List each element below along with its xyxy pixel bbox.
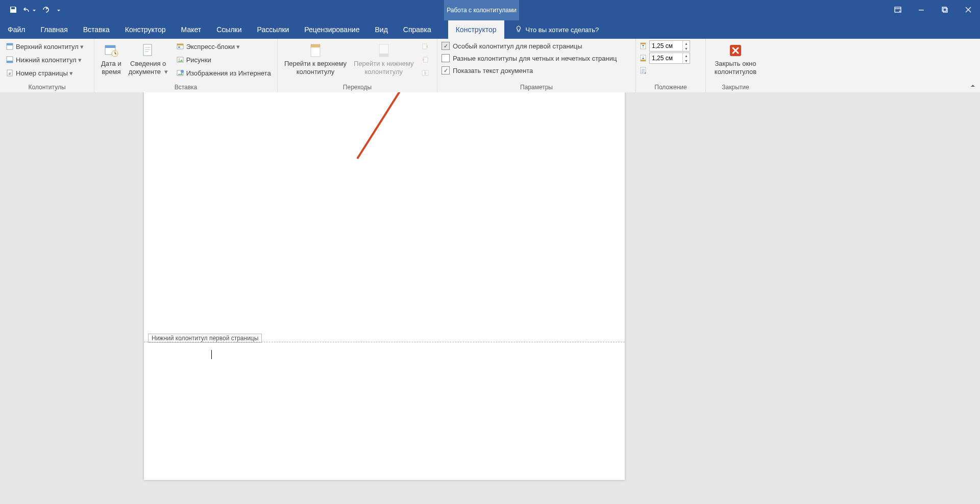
spin-buttons[interactable]: ▲▼ — [682, 41, 690, 51]
button-label: Перейти к верхнемуколонтитулу — [284, 60, 347, 76]
header-from-top-input[interactable] — [650, 41, 682, 51]
checkbox-icon — [442, 54, 450, 62]
tab-mailings[interactable]: Рассылки — [250, 20, 297, 39]
insert-alignment-tab-button[interactable] — [639, 64, 690, 77]
footer-from-bottom-field[interactable]: ▲▼ — [639, 52, 690, 64]
close-button[interactable] — [957, 0, 980, 20]
button-label: Дата ивремя — [101, 60, 121, 76]
footer-position-icon — [639, 54, 647, 62]
alignment-tab-icon — [639, 66, 647, 74]
document-info-button[interactable]: Сведения одокументе ▾ — [125, 40, 172, 77]
page[interactable]: Нижний колонтитул первой страницы — [144, 92, 625, 480]
group-label: Параметры — [440, 83, 632, 92]
chevron-down-icon: ▾ — [80, 43, 84, 51]
next-icon — [421, 56, 429, 64]
button-label: Номер страницы — [16, 69, 68, 77]
quick-access-toolbar — [0, 0, 64, 20]
group-label: Вставка — [97, 83, 274, 92]
button-label: Нижний колонтитул — [16, 56, 77, 64]
tab-layout[interactable]: Макет — [174, 20, 209, 39]
button-label: Перейти к нижнемуколонтитулу — [354, 60, 414, 76]
header-from-top-field[interactable]: ▲▼ — [639, 40, 690, 52]
button-label: Рисунки — [186, 56, 211, 64]
undo-button[interactable] — [22, 3, 37, 17]
tell-me-search[interactable]: Что вы хотите сделать? — [508, 20, 605, 39]
spin-down[interactable]: ▼ — [683, 58, 690, 63]
svg-text:#: # — [9, 71, 11, 76]
svg-rect-25 — [423, 44, 427, 49]
minimize-button[interactable] — [910, 0, 933, 20]
page-number-button[interactable]: # Номер страницы ▾ — [3, 66, 91, 80]
chevron-down-icon — [32, 7, 36, 14]
show-document-text-checkbox[interactable]: Показать текст документа — [440, 64, 618, 77]
close-header-footer-button[interactable]: Закрыть окноколонтитулов — [711, 40, 760, 77]
close-headerfooter-icon — [727, 42, 744, 59]
button-label: Закрыть окноколонтитулов — [715, 60, 756, 76]
redo-icon — [42, 6, 50, 15]
svg-rect-32 — [641, 60, 646, 61]
svg-rect-22 — [311, 44, 320, 47]
link-icon — [421, 69, 429, 77]
date-time-icon — [103, 42, 119, 59]
button-label: Верхний колонтитул — [16, 43, 79, 51]
button-label: Экспресс-блоки — [186, 43, 235, 51]
text-cursor — [211, 350, 212, 359]
group-insert: Дата ивремя Сведения одокументе ▾ Экспре… — [94, 39, 278, 92]
tab-help[interactable]: Справка — [396, 20, 439, 39]
spin-up[interactable]: ▲ — [683, 41, 690, 46]
tab-home[interactable]: Главная — [33, 20, 75, 39]
checkbox-icon — [442, 42, 450, 50]
pictures-button[interactable]: Рисунки — [174, 53, 274, 66]
tab-label: Конструктор — [456, 26, 497, 34]
contextual-tab-header: Работа с колонтитулами — [444, 0, 519, 20]
previous-section-button — [419, 40, 434, 53]
ribbon-display-options-button[interactable] — [886, 0, 910, 20]
header-button[interactable]: Верхний колонтитул ▾ — [3, 40, 91, 53]
document-info-icon — [140, 42, 156, 59]
chevron-down-icon: ▾ — [164, 68, 168, 75]
spinbox[interactable]: ▲▼ — [649, 53, 690, 64]
spin-up[interactable]: ▲ — [683, 53, 690, 58]
tab-insert[interactable]: Вставка — [76, 20, 117, 39]
quick-parts-button[interactable]: Экспресс-блоки ▾ — [174, 40, 274, 53]
quick-parts-icon — [176, 42, 184, 51]
tab-headerfooter-design[interactable]: Конструктор — [448, 20, 504, 39]
goto-footer-icon — [376, 42, 392, 59]
svg-rect-11 — [105, 45, 115, 48]
different-odd-even-checkbox[interactable]: Разные колонтитулы для четных и нечетных… — [440, 52, 618, 64]
link-to-previous-button — [419, 66, 434, 80]
document-area: Нижний колонтитул первой страницы — [0, 92, 980, 504]
online-pictures-button[interactable]: Изображения из Интернета — [174, 66, 274, 80]
date-time-button[interactable]: Дата ивремя — [97, 40, 125, 77]
button-label: Сведения одокументе ▾ — [129, 60, 168, 76]
ribbon-tabs: Файл Главная Вставка Конструктор Макет С… — [0, 20, 980, 39]
chevron-down-icon — [57, 7, 61, 14]
tab-label: Справка — [403, 26, 431, 34]
svg-point-18 — [178, 59, 180, 60]
group-options: Особый колонтитул для первой страницы Ра… — [437, 39, 636, 92]
spinbox[interactable]: ▲▼ — [649, 40, 690, 52]
spin-down[interactable]: ▼ — [683, 46, 690, 51]
contextual-tab-title: Работа с колонтитулами — [447, 7, 517, 14]
tab-label: Вид — [375, 26, 387, 34]
svg-rect-26 — [424, 57, 428, 62]
different-first-page-checkbox[interactable]: Особый колонтитул для первой страницы — [440, 40, 618, 52]
tab-label: Рассылки — [257, 26, 289, 34]
tab-review[interactable]: Рецензирование — [297, 20, 367, 39]
customize-qat-button[interactable] — [55, 3, 62, 17]
spin-buttons[interactable]: ▲▼ — [682, 53, 690, 63]
collapse-ribbon-button[interactable] — [969, 82, 977, 90]
svg-rect-23 — [379, 44, 388, 57]
goto-header-button[interactable]: Перейти к верхнемуколонтитулу — [281, 40, 350, 77]
tab-view[interactable]: Вид — [367, 20, 395, 39]
tab-references[interactable]: Ссылки — [209, 20, 249, 39]
maximize-button[interactable] — [933, 0, 957, 20]
repeat-button[interactable] — [39, 3, 53, 17]
tab-file[interactable]: Файл — [0, 20, 33, 39]
save-button[interactable] — [6, 3, 20, 17]
tab-design[interactable]: Конструктор — [117, 20, 174, 39]
footer-button[interactable]: Нижний колонтитул ▾ — [3, 53, 91, 66]
group-position: ▲▼ ▲▼ Положение — [636, 39, 706, 92]
footer-from-bottom-input[interactable] — [650, 53, 682, 63]
goto-footer-button: Перейти к нижнемуколонтитулу — [350, 40, 418, 77]
